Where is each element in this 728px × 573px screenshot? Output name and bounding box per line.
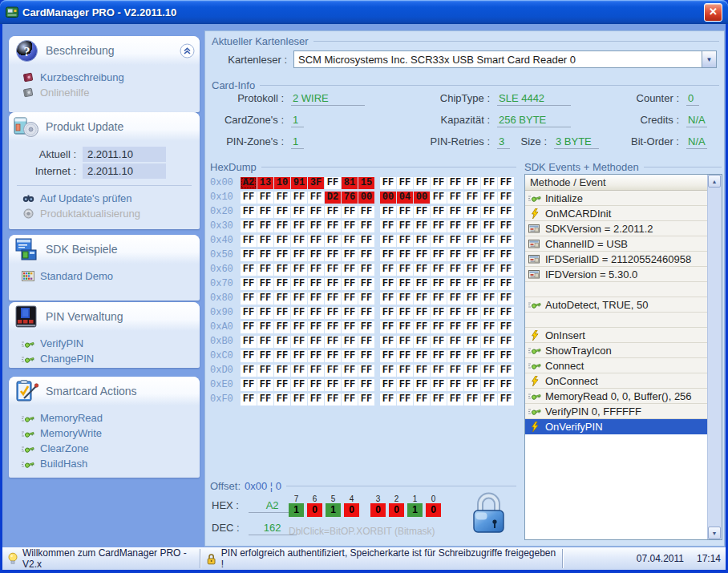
hex-cell[interactable]: FF (257, 220, 273, 232)
hex-cell[interactable]: FF (291, 278, 307, 290)
hex-cell[interactable]: FF (308, 379, 324, 391)
hex-cell[interactable]: FF (291, 235, 307, 247)
hex-cell[interactable]: FF (464, 278, 480, 290)
hex-cell[interactable]: FF (342, 379, 358, 391)
hex-cell[interactable]: FF (447, 365, 463, 377)
hex-cell[interactable]: FF (397, 336, 413, 348)
hex-cell[interactable]: FF (358, 365, 374, 377)
hex-cell[interactable]: FF (464, 235, 480, 247)
hex-cell[interactable]: FF (431, 249, 447, 261)
list-item-ifdversion-5-30-0[interactable]: IFDVersion = 5.30.0 (525, 267, 708, 282)
hex-cell[interactable]: FF (241, 235, 257, 247)
hex-cell[interactable]: FF (241, 307, 257, 319)
hex-cell[interactable]: FF (414, 393, 430, 406)
hex-cell[interactable]: FF (241, 206, 257, 218)
hex-cell[interactable]: FF (464, 293, 480, 305)
hex-cell[interactable]: FF (464, 336, 480, 348)
hex-cell[interactable]: FF (358, 235, 374, 247)
hex-cell[interactable]: FF (308, 264, 324, 276)
hex-cell[interactable]: FF (447, 278, 463, 290)
hex-cell[interactable]: FF (274, 235, 290, 247)
hex-cell[interactable]: FF (257, 379, 273, 391)
list-item-empty[interactable] (525, 282, 708, 297)
hex-cell[interactable]: FF (464, 249, 480, 261)
hex-cell[interactable]: FF (481, 177, 497, 189)
hex-cell[interactable]: FF (498, 235, 514, 247)
hex-cell[interactable]: FF (431, 350, 447, 362)
hex-cell[interactable]: FF (241, 365, 257, 377)
titlebar[interactable]: CardManager PRO - V2.2011.10 ✕ (0, 0, 728, 24)
bit-value-box[interactable]: 1 (289, 503, 304, 517)
hex-cell[interactable]: FF (380, 235, 396, 247)
sidebar-item-memorywrite[interactable]: MemoryWrite (9, 426, 200, 441)
hex-cell[interactable]: FF (380, 350, 396, 362)
hex-cell[interactable]: FF (325, 336, 341, 348)
hex-cell[interactable]: FF (358, 278, 374, 290)
hex-cell[interactable]: FF (431, 307, 447, 319)
hex-cell[interactable]: FF (414, 321, 430, 333)
hex-cell[interactable]: FF (498, 321, 514, 333)
hex-cell[interactable]: FF (358, 220, 374, 232)
bit-value-box[interactable]: 0 (370, 503, 386, 517)
hex-cell[interactable]: FF (274, 264, 290, 276)
list-item-ifdserialid-21120552460958[interactable]: IFDSerialID = 21120552460958 (525, 252, 708, 267)
hex-cell[interactable]: FF (257, 350, 273, 362)
list-item-oninsert[interactable]: OnInsert (525, 328, 708, 343)
hex-cell[interactable]: FF (274, 206, 290, 218)
hex-cell[interactable]: FF (447, 264, 463, 276)
hex-cell[interactable]: FF (397, 307, 413, 319)
hex-cell[interactable]: FF (358, 293, 374, 305)
hex-cell[interactable]: FF (414, 307, 430, 319)
hex-cell[interactable]: FF (397, 278, 413, 290)
hex-cell[interactable]: FF (274, 365, 290, 377)
hex-cell[interactable]: FF (431, 220, 447, 232)
hex-cell[interactable]: FF (342, 336, 358, 348)
hex-cell[interactable]: FF (380, 177, 396, 189)
hex-cell[interactable]: FF (397, 177, 413, 189)
sidebar-item-buildhash[interactable]: BuildHash (9, 456, 200, 471)
hex-cell[interactable]: FF (481, 192, 497, 204)
list-item-onverifypin[interactable]: OnVerifyPIN (525, 419, 708, 434)
list-item-sdkversion-2-2011-2[interactable]: SDKVersion = 2.2011.2 (525, 221, 708, 236)
hex-cell[interactable]: FF (431, 177, 447, 189)
hex-cell[interactable]: FF (431, 264, 447, 276)
hex-cell[interactable]: FF (257, 293, 273, 305)
hex-cell[interactable]: FF (308, 278, 324, 290)
hex-cell[interactable]: FF (431, 293, 447, 305)
hex-cell[interactable]: FF (325, 293, 341, 305)
hex-cell[interactable]: FF (380, 206, 396, 218)
hex-cell[interactable]: FF (257, 249, 273, 261)
hex-cell[interactable]: FF (414, 220, 430, 232)
hex-cell[interactable]: FF (257, 235, 273, 247)
hex-cell[interactable]: FF (380, 249, 396, 261)
hex-cell[interactable]: FF (447, 321, 463, 333)
hex-cell[interactable]: 13 (257, 177, 273, 189)
hex-cell[interactable]: FF (358, 264, 374, 276)
hex-cell[interactable]: FF (274, 249, 290, 261)
hex-cell[interactable]: FF (325, 278, 341, 290)
hex-cell[interactable]: FF (342, 278, 358, 290)
hex-cell[interactable]: FF (431, 336, 447, 348)
hex-cell[interactable]: FF (291, 336, 307, 348)
hex-cell[interactable]: FF (431, 393, 447, 406)
hex-cell[interactable]: FF (481, 235, 497, 247)
hex-cell[interactable]: FF (498, 336, 514, 348)
close-button[interactable]: ✕ (704, 3, 722, 22)
list-item-connect[interactable]: Connect (525, 358, 708, 373)
hex-cell[interactable]: FF (464, 365, 480, 377)
hex-cell[interactable]: FF (291, 307, 307, 319)
scroll-down-icon[interactable]: ▼ (708, 527, 721, 539)
sidebar-item-verifypin[interactable]: VerifyPIN (9, 336, 200, 351)
hex-cell[interactable]: FF (498, 393, 514, 406)
hex-cell[interactable]: FF (274, 321, 290, 333)
hex-cell[interactable]: FF (397, 235, 413, 247)
list-item-empty[interactable] (525, 313, 708, 328)
hex-cell[interactable]: FF (241, 336, 257, 348)
hex-cell[interactable]: FF (308, 350, 324, 362)
sidebar-item-standard-demo[interactable]: Standard Demo (9, 268, 200, 284)
bit-value-box[interactable]: 0 (389, 503, 404, 517)
hex-cell[interactable]: FF (447, 379, 463, 391)
sidebar-item-changepin[interactable]: ChangePIN (9, 351, 200, 366)
hex-cell[interactable]: 00 (358, 192, 374, 204)
bit-value-box[interactable]: 1 (326, 503, 341, 517)
